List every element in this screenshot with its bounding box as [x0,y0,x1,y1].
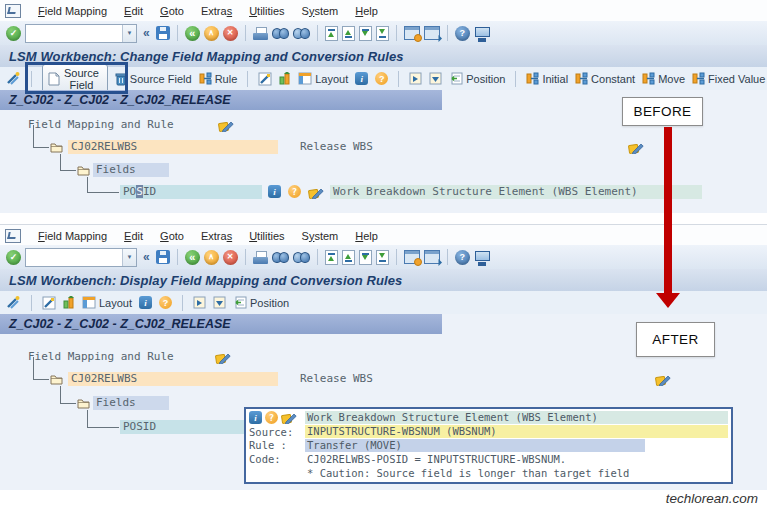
tree-field-row[interactable]: POSID [120,185,262,199]
folder-icon[interactable] [50,374,63,385]
tree-root-node[interactable]: Field Mapping and Rule [28,118,174,132]
combo-dropdown-icon[interactable]: ▼ [122,249,136,266]
fields-folder[interactable]: Fields [93,396,169,410]
layout-button[interactable]: Layout [82,296,132,309]
menu-field-mapping[interactable]: Field Mapping [38,5,107,17]
folder-icon[interactable] [50,142,63,153]
find-icon[interactable] [272,28,289,39]
enter-icon[interactable]: ✓ [6,250,21,265]
help-icon[interactable]: ? [455,26,470,41]
position-button[interactable]: Position [449,72,505,85]
system-menu-icon[interactable] [5,4,21,18]
find-next-icon[interactable] [293,28,310,39]
menu-help[interactable]: Help [355,230,378,242]
last-page-icon[interactable] [376,26,389,41]
menu-edit[interactable]: Edit [124,230,143,242]
command-input[interactable] [26,27,122,40]
command-field[interactable]: ▼ [25,24,137,43]
menu-system[interactable]: System [302,230,339,242]
next-page-icon[interactable] [359,250,372,265]
move-button[interactable]: Move [642,72,685,85]
combo-dropdown-icon[interactable]: ▼ [122,25,136,42]
menu-utilities[interactable]: Utilities [249,5,284,17]
change-note-icon[interactable] [281,411,297,424]
menu-goto[interactable]: Goto [160,5,184,17]
question-help-icon[interactable]: ? [265,411,278,424]
expand-all-icon[interactable] [409,72,422,85]
constant-button[interactable]: Constant [575,72,635,85]
structure-node[interactable]: CJ02RELWBS [68,140,278,154]
tree-node-row[interactable]: CJ02RELWBS [68,140,278,154]
previous-page-icon[interactable] [342,26,355,41]
field-name[interactable]: POSID [120,420,246,434]
folder-icon[interactable] [77,165,90,176]
display-change-icon[interactable] [258,72,272,86]
tree-root-node[interactable]: Field Mapping and Rule [28,350,174,364]
position-button[interactable]: Position [233,296,289,309]
layout-button[interactable]: Layout [298,72,348,85]
initial-button[interactable]: Initial [526,72,568,85]
help-icon[interactable]: ? [455,250,470,265]
find-next-icon[interactable] [293,252,310,263]
print-icon[interactable] [253,27,268,40]
menu-utilities[interactable]: Utilities [249,230,284,242]
wand-icon[interactable] [5,295,21,310]
save-icon[interactable] [156,26,170,40]
cancel-icon[interactable]: ✕ [223,250,238,265]
menu-system[interactable]: System [302,5,339,17]
menu-field-mapping[interactable]: Field Mapping [38,230,107,242]
find-icon[interactable] [272,252,289,263]
info-icon[interactable]: i [355,72,368,85]
question-help-icon[interactable]: ? [288,185,301,198]
tree-node-row[interactable]: CJ02RELWBS [68,372,278,386]
structure-node[interactable]: CJ02RELWBS [68,372,278,386]
command-field[interactable]: ▼ [25,248,137,267]
create-source-field-button[interactable]: Source Field [42,64,108,94]
folder-icon[interactable] [77,398,90,409]
command-input[interactable] [26,251,122,264]
collapse-all-icon[interactable] [429,72,442,85]
create-shortcut-icon[interactable] [424,26,440,40]
back-icon[interactable]: « [185,26,200,41]
change-note-icon[interactable] [218,119,234,132]
last-page-icon[interactable] [376,250,389,265]
rule-button[interactable]: Rule [199,72,238,85]
change-note-icon[interactable] [655,373,671,386]
change-note-icon[interactable] [628,141,644,154]
menu-extras[interactable]: Extras [201,5,232,17]
menu-extras[interactable]: Extras [201,230,232,242]
field-name[interactable]: POSID [120,185,262,199]
tree-folder-row[interactable]: Fields [93,163,169,177]
create-shortcut-icon[interactable] [424,250,440,264]
info-icon[interactable]: i [249,411,262,424]
delete-source-field-button[interactable]: Source Field [115,72,192,86]
collapse-toolbar-icon[interactable]: « [143,250,150,264]
tree-field-row[interactable]: POSID [120,420,246,434]
info-icon[interactable]: i [139,296,152,309]
enter-icon[interactable]: ✓ [6,26,21,41]
system-menu-icon[interactable] [5,229,21,243]
collapse-toolbar-icon[interactable]: « [143,26,150,40]
collapse-all-icon[interactable] [213,296,226,309]
local-layout-icon[interactable] [474,251,490,264]
exit-icon[interactable]: ∧ [204,26,219,41]
new-session-icon[interactable] [404,250,420,264]
wand-icon[interactable] [5,71,21,86]
menu-help[interactable]: Help [355,5,378,17]
tree-folder-row[interactable]: Fields [93,396,169,410]
first-page-icon[interactable] [325,250,338,265]
print-icon[interactable] [253,251,268,264]
first-page-icon[interactable] [325,26,338,41]
expand-all-icon[interactable] [193,296,206,309]
question-help-icon[interactable]: ? [159,296,172,309]
info-icon[interactable]: i [268,185,281,198]
auto-mapping-icon[interactable] [63,296,75,309]
next-page-icon[interactable] [359,26,372,41]
save-icon[interactable] [156,250,170,264]
auto-mapping-icon[interactable] [279,72,291,85]
display-change-icon[interactable] [42,296,56,310]
new-session-icon[interactable] [404,26,420,40]
previous-page-icon[interactable] [342,250,355,265]
local-layout-icon[interactable] [474,27,490,40]
cancel-icon[interactable]: ✕ [223,26,238,41]
